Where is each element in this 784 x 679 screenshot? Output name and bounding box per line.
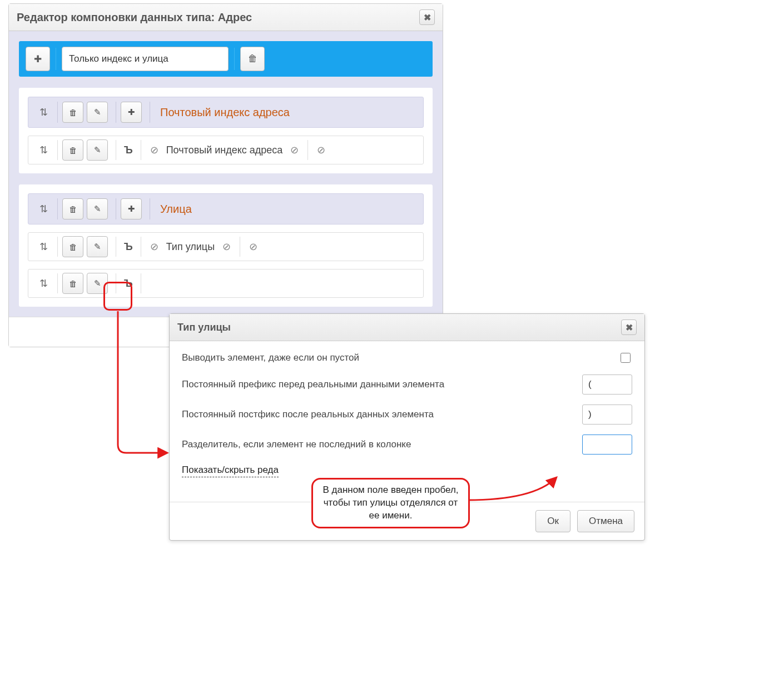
element-row: ⇅ 🗑 ✎ Ъ ⊘ Почтовый индекс адреса ⊘ ⊘: [28, 136, 424, 164]
separator: [57, 237, 58, 257]
plus-icon: ✚: [128, 107, 135, 117]
dialog-body: Выводить элемент, даже если он пустой По…: [170, 341, 644, 480]
no-entry-icon: ⊘: [290, 144, 299, 156]
add-layout-button[interactable]: ✚: [26, 47, 50, 71]
edit-section-button[interactable]: ✎: [87, 102, 108, 123]
close-icon: ✖: [626, 322, 633, 333]
element-row-street-type: ⇅ 🗑 ✎ Ъ ⊘ Тип улицы ⊘ ⊘: [28, 232, 424, 261]
delete-section-button[interactable]: 🗑: [62, 102, 83, 123]
edit-element-button[interactable]: ✎: [87, 139, 108, 161]
cancel-button[interactable]: Отмена: [577, 510, 634, 532]
delete-section-button[interactable]: 🗑: [62, 198, 83, 219]
no-entry-icon: ⊘: [317, 144, 325, 156]
element-label: Почтовый индекс адреса: [166, 144, 283, 156]
trash-icon: 🗑: [248, 53, 257, 64]
add-item-button[interactable]: ✚: [121, 198, 142, 219]
output-if-empty-checkbox[interactable]: [621, 353, 631, 363]
no-entry-icon: ⊘: [150, 144, 158, 156]
close-icon: ✖: [424, 12, 431, 23]
drag-handle-icon[interactable]: ⇅: [34, 139, 53, 161]
trash-icon: 🗑: [69, 204, 77, 214]
panel-body: ✚ 🗑 ⇅ 🗑 ✎ ✚ Почтовый индекс адреса ⇅ 🗑: [9, 31, 443, 317]
section-title: Почтовый индекс адреса: [160, 106, 290, 119]
delete-element-button[interactable]: 🗑: [62, 139, 83, 161]
layout-name-bar: ✚ 🗑: [19, 41, 433, 77]
output-if-empty-label: Выводить элемент, даже если он пустой: [182, 352, 359, 363]
drag-handle-icon[interactable]: ⇅: [34, 198, 53, 219]
add-item-button[interactable]: ✚: [121, 102, 142, 123]
dialog-header: Тип улицы ✖: [170, 314, 644, 341]
drag-handle-icon[interactable]: ⇅: [34, 236, 53, 257]
section-header: ⇅ 🗑 ✎ ✚ Почтовый индекс адреса: [28, 97, 424, 128]
separator: [56, 48, 56, 70]
delete-element-button[interactable]: 🗑: [62, 236, 83, 257]
prefix-input[interactable]: [582, 375, 632, 395]
trash-icon: 🗑: [69, 279, 77, 288]
separator: [150, 198, 150, 219]
edit-section-button[interactable]: ✎: [87, 198, 108, 219]
separator: [234, 48, 235, 70]
no-entry-icon: ⊘: [150, 241, 158, 253]
separator: [116, 102, 116, 123]
prefix-label: Постоянный префикс перед реальными данны…: [182, 379, 444, 390]
section-title: Улица: [160, 203, 192, 216]
edit-element-button[interactable]: ✎: [87, 273, 108, 294]
postfix-input[interactable]: [582, 405, 632, 425]
pencil-icon: ✎: [94, 242, 101, 252]
delete-element-button[interactable]: 🗑: [62, 273, 83, 294]
separator: [116, 198, 116, 219]
form-row-separator: Разделитель, если элемент не последний в…: [182, 435, 632, 455]
trash-icon: 🗑: [69, 108, 77, 117]
layout-name-input[interactable]: [62, 47, 229, 71]
separator: [57, 102, 58, 123]
anchor-icon: Ъ: [124, 144, 133, 156]
form-row-prefix: Постоянный префикс перед реальными данны…: [182, 375, 632, 395]
separator: [116, 273, 116, 293]
delete-layout-button[interactable]: 🗑: [240, 47, 265, 71]
separator: [150, 102, 150, 123]
dialog-close-button[interactable]: ✖: [621, 319, 637, 335]
separator: [57, 140, 58, 160]
element-row: ⇅ 🗑 ✎ Ъ: [28, 269, 424, 298]
postfix-label: Постоянный постфикс после реальных данны…: [182, 409, 434, 420]
pencil-icon: ✎: [94, 107, 101, 117]
panel-header: Редактор компоновки данных типа: Адрес ✖: [9, 4, 443, 31]
anchor-icon: Ъ: [124, 278, 133, 289]
annotation-callout: В данном поле введен пробел, чтобы тип у…: [311, 478, 470, 528]
drag-handle-icon[interactable]: ⇅: [34, 102, 53, 123]
separator: [141, 237, 141, 257]
no-entry-icon: ⊘: [222, 241, 231, 253]
trash-icon: 🗑: [69, 242, 77, 252]
plus-icon: ✚: [34, 53, 42, 65]
dialog-title: Тип улицы: [177, 322, 231, 333]
form-row-postfix: Постоянный постфикс после реальных данны…: [182, 405, 632, 425]
section-block-postal: ⇅ 🗑 ✎ ✚ Почтовый индекс адреса ⇅ 🗑 ✎ Ъ ⊘…: [19, 88, 433, 173]
toggle-editor-link[interactable]: Показать/скрыть реда: [182, 465, 279, 477]
separator: [116, 140, 116, 160]
callout-text: В данном поле введен пробел, чтобы тип у…: [322, 485, 458, 521]
separator: [141, 140, 141, 160]
layout-editor-panel: Редактор компоновки данных типа: Адрес ✖…: [8, 3, 443, 347]
separator: [116, 237, 116, 257]
ok-button[interactable]: Ок: [535, 510, 570, 532]
section-block-street: ⇅ 🗑 ✎ ✚ Улица ⇅ 🗑 ✎ Ъ ⊘ Тип улицы ⊘: [19, 184, 433, 307]
element-label: Тип улицы: [166, 241, 215, 253]
separator-label: Разделитель, если элемент не последний в…: [182, 439, 411, 450]
form-row-empty: Выводить элемент, даже если он пустой: [182, 351, 632, 365]
pencil-icon: ✎: [94, 204, 101, 214]
section-header: ⇅ 🗑 ✎ ✚ Улица: [28, 193, 424, 224]
separator: [240, 237, 240, 257]
separator: [57, 273, 58, 293]
edit-element-button[interactable]: ✎: [87, 236, 108, 257]
trash-icon: 🗑: [69, 146, 77, 155]
separator: [307, 140, 308, 160]
drag-handle-icon[interactable]: ⇅: [34, 273, 53, 294]
panel-close-button[interactable]: ✖: [419, 9, 435, 25]
pencil-icon: ✎: [94, 278, 101, 288]
separator: [141, 273, 141, 293]
plus-icon: ✚: [128, 204, 135, 214]
no-entry-icon: ⊘: [249, 241, 257, 253]
separator-input[interactable]: [582, 435, 632, 455]
separator: [57, 198, 58, 219]
pencil-icon: ✎: [94, 145, 101, 155]
